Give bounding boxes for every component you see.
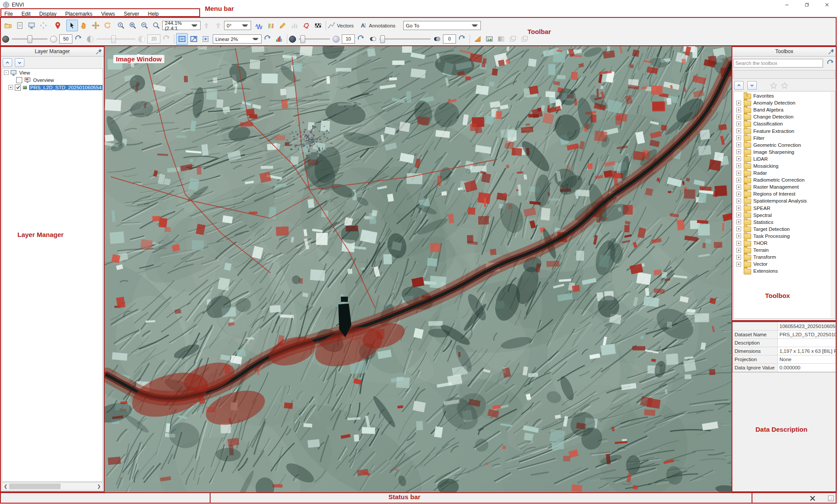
pan-tool-button[interactable] [78, 20, 90, 31]
menu-placemarks[interactable]: Placemarks [61, 10, 97, 18]
toolbox-search-input[interactable] [733, 59, 823, 68]
toolbox-item-spatiotemporal-analysis[interactable]: +Spatiotemporal Analysis [734, 197, 835, 204]
spectral-profile-button[interactable] [253, 20, 265, 31]
zoom-to-full-extent-button[interactable] [188, 33, 200, 45]
toolbox-item-lidar[interactable]: +LiDAR [734, 156, 835, 162]
brightness-value-input[interactable]: 50 [59, 34, 72, 44]
pin-icon[interactable] [95, 48, 102, 55]
expand-expander[interactable]: + [736, 213, 741, 217]
expand-expander[interactable]: + [736, 192, 741, 196]
expand-expander[interactable]: + [736, 248, 741, 253]
sharpen-slider-knob[interactable] [300, 35, 305, 43]
annotations-dropdown[interactable]: Annotations [360, 22, 398, 29]
expand-expander[interactable]: + [736, 185, 741, 189]
mensuration-button[interactable] [472, 33, 483, 45]
expand-expander[interactable]: + [8, 85, 13, 90]
transparency-slider-knob[interactable] [380, 35, 385, 43]
layer-tree-view-node[interactable]: - View [2, 69, 102, 76]
rotate-tool-button[interactable] [102, 20, 113, 31]
expand-expander[interactable]: + [736, 149, 741, 154]
select-tool-button[interactable] [66, 20, 78, 31]
toolbox-item-geometric-correction[interactable]: +Geometric Correction [734, 142, 835, 149]
toolbox-item-transform[interactable]: +Transform [734, 254, 835, 260]
zoom-level-combo[interactable]: 244.1% (2.4:1 [162, 21, 201, 30]
hscroll-thumb[interactable] [9, 484, 61, 489]
menu-file[interactable]: File [0, 10, 17, 18]
reset-rotation-button[interactable] [212, 20, 224, 31]
north-up-button[interactable] [201, 20, 212, 31]
expand-expander[interactable]: + [736, 115, 741, 119]
brightness-slider[interactable] [12, 38, 48, 40]
roi-tool-button[interactable] [300, 20, 312, 31]
layer-row-raster[interactable]: + PRS_L2D_STD_202501060554 [2, 84, 102, 91]
scroll-left-icon[interactable]: ❮ [2, 483, 9, 490]
transparency-slider[interactable] [379, 38, 431, 40]
toolbox-item-change-detection[interactable]: +Change Detection [734, 113, 835, 120]
image-window[interactable] [105, 46, 732, 492]
zoom-one-to-one-button[interactable] [115, 20, 127, 31]
toolbox-item-statistics[interactable]: +Statistics [734, 219, 835, 226]
expand-expander[interactable]: + [736, 255, 741, 260]
histogram-stretch-button[interactable] [273, 33, 285, 45]
toolbox-item-raster-management[interactable]: +Raster Management [734, 183, 835, 190]
open-file-button[interactable] [2, 20, 14, 31]
swipe-button[interactable] [519, 33, 531, 45]
toolbox-item-classification[interactable]: +Classification [734, 120, 835, 127]
menu-edit[interactable]: Edit [17, 10, 35, 18]
chip-view-button[interactable] [483, 33, 495, 45]
expand-expander[interactable]: + [736, 135, 741, 140]
plot-button[interactable] [289, 20, 300, 31]
expand-expander[interactable]: + [736, 233, 741, 238]
layer-manager-hscrollbar[interactable]: ❮ ❯ [2, 482, 103, 490]
transparency-reset-button[interactable] [456, 33, 468, 45]
collapse-expander[interactable]: - [4, 70, 9, 75]
expand-all-button[interactable] [15, 58, 24, 67]
contrast-reset-button[interactable] [160, 33, 172, 45]
sharpen-value-input[interactable]: 10 [342, 34, 355, 44]
data-manager-button[interactable] [14, 20, 26, 31]
placemark-button[interactable] [52, 20, 64, 31]
expand-expander[interactable]: + [736, 101, 741, 105]
expand-expander[interactable]: + [736, 129, 741, 133]
expand-expander[interactable]: + [736, 199, 741, 203]
collapse-all-button[interactable] [3, 58, 12, 67]
toolbox-item-terrain[interactable]: +Terrain [734, 247, 835, 254]
restore-button[interactable] [797, 0, 817, 10]
overview-checkbox[interactable] [16, 77, 22, 83]
fly-tool-button[interactable] [90, 20, 102, 31]
blend-button[interactable] [495, 33, 507, 45]
toolbox-expand-all-button[interactable] [747, 81, 757, 90]
toolbox-search-refresh-button[interactable] [825, 58, 835, 68]
vectors-dropdown[interactable]: Vectors [328, 22, 356, 29]
zoom-in-button[interactable] [127, 20, 139, 31]
spectral-library-button[interactable] [265, 20, 277, 31]
toolbox-item-thor[interactable]: +THOR [734, 240, 835, 247]
sharpen-reset-button[interactable] [355, 33, 367, 45]
close-button[interactable] [817, 0, 837, 10]
toolbox-vscrollbar[interactable] [830, 92, 834, 318]
resize-grip-icon[interactable] [827, 495, 834, 502]
contrast-slider[interactable] [96, 38, 136, 40]
pixel-values-button[interactable] [312, 20, 324, 31]
toolbox-item-filter[interactable]: +Filter [734, 135, 835, 142]
annotation-draw-button[interactable] [277, 20, 289, 31]
goto-combo[interactable]: Go To [403, 21, 481, 30]
toolbox-item-favorites[interactable]: ★Favorites [734, 92, 835, 99]
toolbox-item-task-processing[interactable]: +Task Processing [734, 233, 835, 240]
expand-expander[interactable]: + [736, 163, 741, 168]
expand-expander[interactable]: + [736, 142, 741, 147]
zoom-out-button[interactable] [139, 20, 150, 31]
toolbox-item-mosaicking[interactable]: +Mosaicking [734, 162, 835, 169]
expand-expander[interactable]: + [736, 220, 741, 224]
toolbox-item-extensions[interactable]: Extensions [734, 267, 835, 274]
unfavorite-star-icon[interactable] [781, 82, 788, 89]
sharpen-slider[interactable] [299, 38, 330, 40]
scroll-right-icon[interactable]: ❯ [95, 483, 102, 490]
menu-server[interactable]: Server [119, 10, 143, 18]
layer-row-overview[interactable]: Overview [2, 76, 102, 84]
views-layout-button[interactable] [37, 20, 49, 31]
expand-expander[interactable]: + [736, 108, 741, 112]
toolbox-item-vector[interactable]: +Vector [734, 260, 835, 267]
toolbox-item-regions-of-interest[interactable]: +Regions of Interest [734, 190, 835, 197]
expand-expander[interactable]: + [736, 206, 741, 210]
